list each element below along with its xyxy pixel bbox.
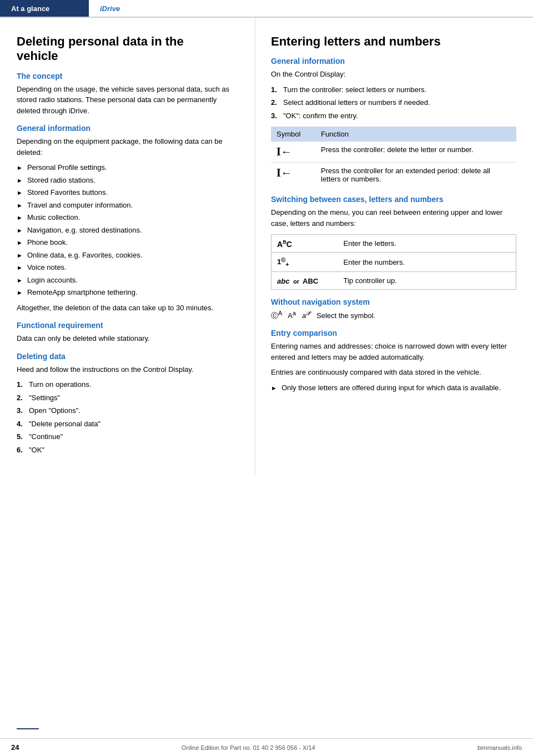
list-item: ►Personal Profile settings. bbox=[17, 162, 239, 173]
deleting-data-title: Deleting data bbox=[17, 352, 239, 361]
deleting-data-intro: Heed and follow the instructions on the … bbox=[17, 364, 239, 375]
list-item: 2."Settings" bbox=[17, 392, 239, 404]
concept-body: Depending on the usage, the vehicle save… bbox=[17, 84, 239, 117]
title-line1: Deleting personal data in the bbox=[17, 34, 184, 48]
main-content: Deleting personal data in the vehicle Th… bbox=[0, 18, 533, 476]
entry-comparison-title: Entry comparison bbox=[271, 329, 516, 337]
footer-copyright: Online Edition for Part no. 01 40 2 956 … bbox=[182, 744, 315, 751]
header-right-label: iDrive bbox=[100, 4, 120, 13]
list-item: 3.Open "Options". bbox=[17, 405, 239, 416]
backspace-icon: I← bbox=[276, 145, 292, 158]
list-item: ►Stored Favorites buttons. bbox=[17, 187, 239, 198]
backspace-long-icon: I← bbox=[276, 167, 292, 179]
bullet-arrow: ► bbox=[17, 176, 23, 185]
right-general-info-intro: On the Control Display: bbox=[271, 69, 516, 80]
functional-req-title: Functional requirement bbox=[17, 321, 239, 330]
title-line2: vehicle bbox=[17, 49, 58, 63]
table-cell-function: Enter the numbers. bbox=[338, 253, 516, 272]
list-item: ►Travel and computer information. bbox=[17, 200, 239, 211]
bullet-arrow: ► bbox=[17, 263, 23, 273]
page-header: At a glance iDrive bbox=[0, 0, 533, 18]
bullet-arrow: ► bbox=[17, 276, 23, 285]
abc-symbol: ABC bbox=[277, 239, 292, 249]
table-cell-function: Tip controller up. bbox=[338, 271, 516, 289]
general-info-title: General information bbox=[17, 124, 239, 133]
list-item: 6."OK" bbox=[17, 445, 239, 456]
table-cell-symbol: ABC bbox=[271, 235, 338, 253]
general-info-outro: Altogether, the deletion of the data can… bbox=[17, 303, 239, 314]
bullet-arrow: ► bbox=[17, 238, 23, 248]
page-number: 24 bbox=[11, 743, 19, 752]
bullet-arrow: ► bbox=[17, 188, 23, 198]
nav-symbols: ⒸA Aa a𝒫 bbox=[271, 311, 316, 320]
switching-body: Depending on the menu, you can reel betw… bbox=[271, 207, 516, 229]
abc-or-abc-symbol: abc or ABC bbox=[277, 277, 318, 285]
list-item: 5."Continue" bbox=[17, 431, 239, 442]
general-info-intro: Depending on the equipment package, the … bbox=[17, 136, 239, 158]
right-general-info-title: General information bbox=[271, 57, 516, 65]
bullet-arrow: ► bbox=[17, 251, 23, 260]
deleting-data-steps: 1.Turn on operations. 2."Settings" 3.Ope… bbox=[17, 379, 239, 455]
bullet-arrow: ► bbox=[17, 226, 23, 235]
header-left-label: At a glance bbox=[11, 4, 49, 13]
table-cell-function: Press the controller for an extended per… bbox=[315, 163, 516, 188]
bullet-arrow-icon: ► bbox=[271, 384, 277, 393]
list-item: 1.Turn the controller: select letters or… bbox=[271, 84, 516, 95]
right-section-title: Entering letters and numbers bbox=[271, 34, 516, 49]
table-row: I← Press the controller for an extended … bbox=[271, 163, 516, 188]
list-item: ►RemoteApp smartphone tethering. bbox=[17, 287, 239, 298]
footer-watermark: bimmanuals.info bbox=[477, 744, 522, 751]
list-item: ►Music collection. bbox=[17, 212, 239, 223]
entry-comparison-para2: Entries are continuously compared with d… bbox=[271, 367, 516, 378]
bullet-arrow: ► bbox=[17, 201, 23, 210]
right-general-info-steps: 1.Turn the controller: select letters or… bbox=[271, 84, 516, 122]
switching-title: Switching between cases, letters and num… bbox=[271, 195, 516, 204]
without-nav-title: Without navigation system bbox=[271, 298, 516, 306]
table-cell-symbol: I← bbox=[271, 163, 315, 188]
switching-table: ABC Enter the letters. 1Ⓒ+ Enter the num… bbox=[271, 234, 516, 290]
list-item: 3."OK": confirm the entry. bbox=[271, 110, 516, 122]
bullet-arrow: ► bbox=[17, 163, 23, 173]
header-section: iDrive bbox=[89, 4, 131, 13]
bullet-arrow: ► bbox=[17, 288, 23, 298]
concept-title: The concept bbox=[17, 72, 239, 80]
left-column: Deleting personal data in the vehicle Th… bbox=[0, 18, 255, 476]
general-info-bullets: ►Personal Profile settings. ►Stored radi… bbox=[17, 162, 239, 298]
table-header-function: Function bbox=[315, 127, 516, 142]
table-cell-function: Enter the letters. bbox=[338, 235, 516, 253]
list-item: ►Login accounts. bbox=[17, 275, 239, 286]
table-row: abc or ABC Tip controller up. bbox=[271, 271, 516, 289]
symbol-table-1: Symbol Function I← Press the controller:… bbox=[271, 127, 516, 187]
table-header-symbol: Symbol bbox=[271, 127, 315, 142]
header-chapter: At a glance bbox=[0, 0, 89, 17]
bullet-arrow: ► bbox=[17, 213, 23, 223]
list-item: ►Navigation, e.g. stored destinations. bbox=[17, 225, 239, 236]
table-cell-symbol: abc or ABC bbox=[271, 271, 338, 289]
table-cell-symbol: I← bbox=[271, 142, 315, 163]
table-row: 1Ⓒ+ Enter the numbers. bbox=[271, 253, 516, 272]
without-nav-body: ⒸA Aa a𝒫 Select the symbol. bbox=[271, 310, 516, 321]
table-cell-function: Press the controller: delete the letter … bbox=[315, 142, 516, 163]
page-footer: 24 Online Edition for Part no. 01 40 2 9… bbox=[0, 738, 533, 756]
list-item: ►Phone book. bbox=[17, 237, 239, 248]
functional-req-body: Data can only be deleted while stationar… bbox=[17, 333, 239, 344]
right-column: Entering letters and numbers General inf… bbox=[255, 18, 533, 476]
table-cell-symbol: 1Ⓒ+ bbox=[271, 253, 338, 272]
table-row: I← Press the controller: delete the lett… bbox=[271, 142, 516, 163]
number-symbol: 1Ⓒ+ bbox=[277, 258, 289, 266]
entry-comparison-bullet: ► Only those letters are offered during … bbox=[271, 382, 516, 394]
list-item: 4."Delete personal data" bbox=[17, 419, 239, 430]
list-item: ►Online data, e.g. Favorites, cookies. bbox=[17, 250, 239, 261]
entry-comparison-para1: Entering names and addresses: choice is … bbox=[271, 341, 516, 362]
list-item: 2.Select additional letters or numbers i… bbox=[271, 97, 516, 108]
list-item: ►Voice notes. bbox=[17, 262, 239, 273]
list-item: 1.Turn on operations. bbox=[17, 379, 239, 390]
list-item: ►Stored radio stations. bbox=[17, 175, 239, 186]
left-section-title: Deleting personal data in the vehicle bbox=[17, 34, 239, 64]
table-row: ABC Enter the letters. bbox=[271, 235, 516, 253]
